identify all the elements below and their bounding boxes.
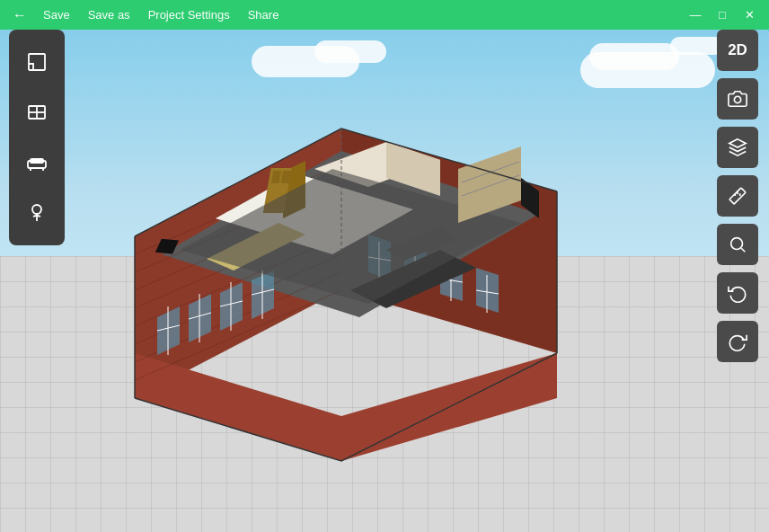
undo-icon bbox=[728, 283, 747, 303]
window-tool-button[interactable] bbox=[17, 93, 57, 132]
back-button[interactable]: ← bbox=[7, 4, 32, 27]
window-icon bbox=[26, 102, 48, 123]
canvas-area[interactable] bbox=[0, 30, 769, 532]
layers-button[interactable] bbox=[717, 127, 758, 168]
redo-icon bbox=[728, 332, 747, 351]
titlebar: ← Save Save as Project Settings Share — … bbox=[0, 0, 769, 30]
cloud-4 bbox=[589, 43, 679, 70]
project-settings-button[interactable]: Project Settings bbox=[141, 4, 237, 25]
left-sidebar bbox=[9, 30, 65, 245]
search-icon bbox=[728, 235, 747, 254]
toggle-2d-button[interactable]: 2D bbox=[717, 30, 758, 71]
redo-button[interactable] bbox=[717, 321, 758, 362]
camera-icon bbox=[728, 89, 747, 109]
right-sidebar: 2D bbox=[715, 30, 760, 362]
camera-button[interactable] bbox=[717, 78, 758, 120]
save-as-button[interactable]: Save as bbox=[81, 4, 137, 25]
save-button[interactable]: Save bbox=[36, 4, 77, 25]
window-controls: — □ ✕ bbox=[683, 4, 762, 26]
share-button[interactable]: Share bbox=[241, 4, 287, 25]
svg-rect-36 bbox=[29, 54, 45, 70]
plant-icon bbox=[26, 202, 48, 224]
undo-button[interactable] bbox=[717, 272, 758, 314]
svg-line-53 bbox=[741, 248, 745, 252]
furniture-tool-button[interactable] bbox=[17, 143, 57, 182]
building-svg bbox=[108, 75, 584, 497]
plant-tool-button[interactable] bbox=[17, 193, 57, 233]
ruler-button[interactable] bbox=[717, 175, 758, 217]
layers-icon bbox=[728, 137, 747, 157]
room-tool-button[interactable] bbox=[17, 42, 57, 82]
maximize-button[interactable]: □ bbox=[710, 4, 735, 26]
room-icon bbox=[26, 51, 48, 73]
svg-marker-47 bbox=[729, 139, 746, 147]
svg-point-44 bbox=[32, 205, 41, 214]
cloud-2 bbox=[314, 40, 386, 63]
svg-point-46 bbox=[734, 96, 740, 102]
svg-rect-48 bbox=[729, 188, 746, 204]
building-container bbox=[108, 75, 584, 497]
minimize-button[interactable]: — bbox=[683, 4, 708, 26]
svg-point-52 bbox=[731, 238, 743, 250]
search-button[interactable] bbox=[717, 224, 758, 265]
ruler-icon bbox=[728, 186, 747, 206]
close-button[interactable]: ✕ bbox=[737, 4, 762, 26]
front-wall bbox=[135, 353, 557, 461]
furniture-icon bbox=[26, 152, 48, 173]
